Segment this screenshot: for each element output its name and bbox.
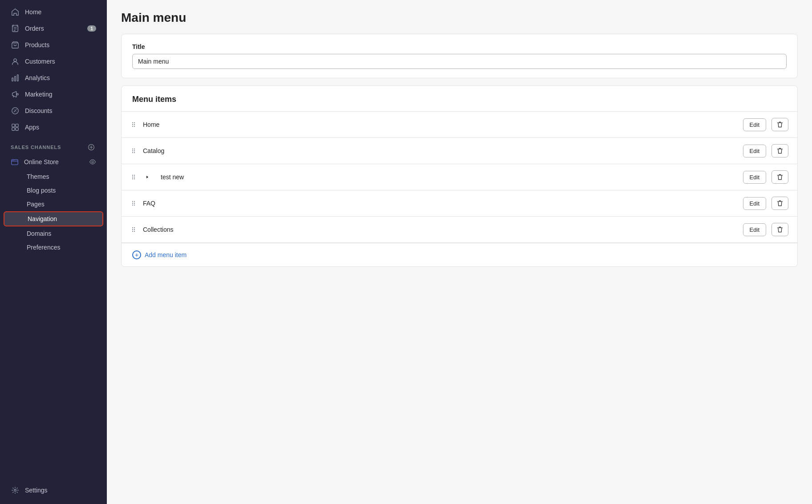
sidebar-item-online-store[interactable]: Online Store <box>4 154 103 169</box>
svg-point-30 <box>132 175 133 176</box>
delete-collections-button[interactable] <box>771 223 788 236</box>
svg-rect-5 <box>17 75 19 81</box>
svg-point-6 <box>17 93 19 95</box>
online-store-icon <box>11 158 19 166</box>
drag-handle-home[interactable] <box>130 121 138 128</box>
svg-point-32 <box>132 178 133 179</box>
menu-items-title: Menu items <box>132 95 176 104</box>
menu-items-header: Menu items <box>122 86 797 112</box>
sidebar-item-home[interactable]: Home <box>4 4 103 20</box>
sidebar-item-home-label: Home <box>25 8 96 16</box>
add-menu-item-label: Add menu item <box>145 251 187 258</box>
sidebar-item-discounts-label: Discounts <box>25 107 96 114</box>
svg-point-37 <box>132 203 133 204</box>
navigation-label: Navigation <box>28 215 57 222</box>
sidebar-item-blog-posts[interactable]: Blog posts <box>4 184 103 197</box>
sidebar-item-settings[interactable]: Settings <box>4 482 103 498</box>
sales-channels-label: SALES CHANNELS <box>11 145 61 150</box>
sales-channels-header: SALES CHANNELS <box>4 137 103 154</box>
svg-point-22 <box>134 124 135 125</box>
expand-button-test-new[interactable] <box>143 173 152 181</box>
menu-item-home-label: Home <box>143 121 738 128</box>
discounts-icon <box>11 106 20 115</box>
edit-home-button[interactable]: Edit <box>743 118 766 131</box>
svg-point-26 <box>132 152 133 153</box>
svg-point-20 <box>132 126 133 127</box>
title-input[interactable] <box>132 54 787 69</box>
drag-handle-collections[interactable] <box>130 226 138 233</box>
menu-row-home: Home Edit <box>122 112 797 138</box>
menu-item-collections-label: Collections <box>143 226 738 233</box>
edit-faq-button[interactable]: Edit <box>743 197 766 210</box>
svg-point-34 <box>134 177 135 177</box>
eye-icon[interactable] <box>89 158 96 165</box>
add-circle-icon: + <box>132 250 141 259</box>
sidebar-item-orders[interactable]: Orders 1 <box>4 20 103 36</box>
delete-home-button[interactable] <box>771 118 788 131</box>
svg-point-15 <box>13 160 14 161</box>
sidebar-item-analytics[interactable]: Analytics <box>4 70 103 86</box>
sidebar-item-navigation[interactable]: Navigation <box>4 211 103 226</box>
svg-rect-10 <box>12 128 15 130</box>
online-store-label: Online Store <box>24 158 84 165</box>
home-icon <box>11 8 20 16</box>
sidebar-item-apps-label: Apps <box>25 124 96 131</box>
delete-catalog-button[interactable] <box>771 144 788 157</box>
svg-rect-11 <box>16 128 18 130</box>
edit-test-new-button[interactable]: Edit <box>743 171 766 184</box>
pages-label: Pages <box>27 201 45 208</box>
svg-point-19 <box>132 124 133 125</box>
sidebar-item-products[interactable]: Products <box>4 37 103 53</box>
blog-posts-label: Blog posts <box>27 187 56 194</box>
add-sales-channel-button[interactable] <box>86 142 96 152</box>
sidebar-item-domains[interactable]: Domains <box>4 227 103 240</box>
svg-point-46 <box>134 229 135 230</box>
edit-collections-button[interactable]: Edit <box>743 223 766 236</box>
drag-handle-faq[interactable] <box>130 200 138 207</box>
products-icon <box>11 40 20 49</box>
customers-icon <box>11 57 20 66</box>
drag-handle-test-new[interactable] <box>130 173 138 181</box>
menu-item-faq-label: FAQ <box>143 200 738 207</box>
svg-point-16 <box>92 161 93 163</box>
marketing-icon <box>11 90 20 99</box>
svg-point-24 <box>132 149 133 149</box>
edit-catalog-button[interactable]: Edit <box>743 145 766 157</box>
add-menu-item-button[interactable]: + Add menu item <box>122 243 797 266</box>
menu-row-test-new: test new Edit <box>122 164 797 190</box>
sidebar-item-customers-label: Customers <box>25 58 96 65</box>
sidebar-item-themes[interactable]: Themes <box>4 170 103 183</box>
page-title: Main menu <box>121 11 798 25</box>
delete-faq-button[interactable] <box>771 197 788 210</box>
sidebar-item-products-label: Products <box>25 41 96 48</box>
svg-rect-8 <box>12 124 15 127</box>
sidebar-item-marketing-label: Marketing <box>25 91 96 98</box>
svg-point-29 <box>134 152 135 153</box>
svg-point-35 <box>134 178 135 179</box>
menu-item-catalog-label: Catalog <box>143 147 738 154</box>
settings-label: Settings <box>25 487 96 494</box>
sidebar-item-pages[interactable]: Pages <box>4 198 103 211</box>
delete-test-new-button[interactable] <box>771 170 788 184</box>
svg-point-33 <box>134 175 135 176</box>
svg-point-17 <box>14 489 16 492</box>
menu-row-faq: FAQ Edit <box>122 190 797 217</box>
sidebar-bottom: Settings <box>0 478 107 504</box>
svg-point-41 <box>134 205 135 206</box>
title-section: Title <box>122 34 797 78</box>
sidebar-item-apps[interactable]: Apps <box>4 119 103 135</box>
sidebar-item-discounts[interactable]: Discounts <box>4 103 103 119</box>
drag-handle-catalog[interactable] <box>130 147 138 154</box>
title-card: Title <box>121 34 798 78</box>
svg-point-47 <box>134 231 135 232</box>
settings-icon <box>11 486 20 495</box>
main-navigation: Home Orders 1 Produ <box>0 0 107 478</box>
svg-rect-4 <box>15 76 16 81</box>
sidebar-item-customers[interactable]: Customers <box>4 53 103 69</box>
svg-point-40 <box>134 203 135 204</box>
menu-items-card: Menu items Home Edit <box>121 85 798 267</box>
sidebar-item-marketing[interactable]: Marketing <box>4 86 103 102</box>
sidebar-item-preferences[interactable]: Preferences <box>4 241 103 254</box>
apps-icon <box>11 123 20 132</box>
sidebar-item-orders-label: Orders <box>25 25 82 32</box>
